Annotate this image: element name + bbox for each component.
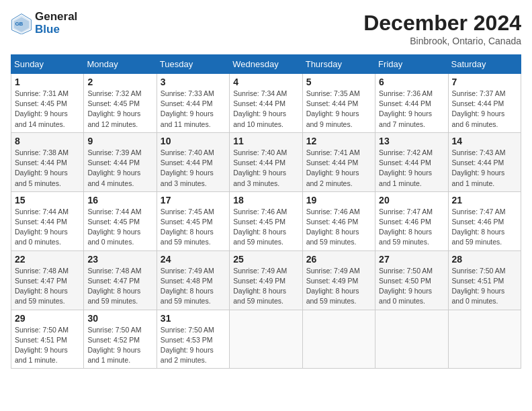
column-header-monday: Monday bbox=[84, 55, 157, 74]
day-number: 8 bbox=[15, 136, 80, 146]
calendar-cell: 11Sunrise: 7:40 AMSunset: 4:44 PMDayligh… bbox=[230, 132, 302, 191]
calendar-week-5: 29Sunrise: 7:50 AMSunset: 4:51 PMDayligh… bbox=[11, 310, 521, 369]
day-number: 16 bbox=[87, 195, 152, 205]
day-number: 17 bbox=[161, 195, 226, 205]
day-number: 18 bbox=[233, 195, 298, 205]
day-info: Sunrise: 7:40 AMSunset: 4:44 PMDaylight:… bbox=[233, 148, 298, 189]
column-header-thursday: Thursday bbox=[302, 55, 375, 74]
calendar-cell bbox=[448, 310, 521, 369]
day-info: Sunrise: 7:49 AMSunset: 4:48 PMDaylight:… bbox=[161, 266, 226, 307]
calendar-cell: 9Sunrise: 7:39 AMSunset: 4:44 PMDaylight… bbox=[84, 132, 157, 191]
day-number: 11 bbox=[233, 136, 298, 146]
calendar-cell: 15Sunrise: 7:44 AMSunset: 4:44 PMDayligh… bbox=[11, 191, 84, 250]
day-info: Sunrise: 7:48 AMSunset: 4:47 PMDaylight:… bbox=[87, 266, 152, 307]
calendar-cell: 23Sunrise: 7:48 AMSunset: 4:47 PMDayligh… bbox=[84, 250, 157, 310]
day-info: Sunrise: 7:50 AMSunset: 4:50 PMDaylight:… bbox=[379, 266, 444, 307]
calendar-cell: 21Sunrise: 7:47 AMSunset: 4:46 PMDayligh… bbox=[448, 191, 521, 250]
day-info: Sunrise: 7:50 AMSunset: 4:53 PMDaylight:… bbox=[161, 325, 226, 366]
calendar-cell: 5Sunrise: 7:35 AMSunset: 4:44 PMDaylight… bbox=[302, 74, 375, 133]
day-number: 9 bbox=[87, 136, 152, 146]
day-number: 13 bbox=[379, 136, 444, 146]
day-number: 10 bbox=[161, 136, 226, 146]
calendar-cell: 2Sunrise: 7:32 AMSunset: 4:45 PMDaylight… bbox=[84, 74, 157, 133]
day-info: Sunrise: 7:33 AMSunset: 4:44 PMDaylight:… bbox=[161, 89, 226, 130]
column-header-sunday: Sunday bbox=[11, 55, 84, 74]
calendar-cell: 31Sunrise: 7:50 AMSunset: 4:53 PMDayligh… bbox=[157, 310, 229, 369]
calendar-cell: 14Sunrise: 7:43 AMSunset: 4:44 PMDayligh… bbox=[448, 132, 521, 191]
calendar-cell: 13Sunrise: 7:42 AMSunset: 4:44 PMDayligh… bbox=[375, 132, 448, 191]
calendar-cell: 26Sunrise: 7:49 AMSunset: 4:49 PMDayligh… bbox=[302, 250, 375, 310]
day-number: 30 bbox=[87, 313, 152, 324]
day-info: Sunrise: 7:49 AMSunset: 4:49 PMDaylight:… bbox=[233, 266, 298, 307]
calendar-cell: 25Sunrise: 7:49 AMSunset: 4:49 PMDayligh… bbox=[230, 250, 302, 310]
day-number: 2 bbox=[87, 77, 152, 87]
calendar-cell: 17Sunrise: 7:45 AMSunset: 4:45 PMDayligh… bbox=[157, 191, 229, 250]
day-info: Sunrise: 7:31 AMSunset: 4:45 PMDaylight:… bbox=[15, 89, 80, 130]
day-number: 31 bbox=[161, 313, 226, 324]
calendar-cell: 6Sunrise: 7:36 AMSunset: 4:44 PMDaylight… bbox=[375, 74, 448, 133]
calendar-header-row: SundayMondayTuesdayWednesdayThursdayFrid… bbox=[11, 55, 521, 74]
day-info: Sunrise: 7:34 AMSunset: 4:44 PMDaylight:… bbox=[233, 89, 298, 130]
day-number: 12 bbox=[306, 136, 371, 146]
day-info: Sunrise: 7:36 AMSunset: 4:44 PMDaylight:… bbox=[379, 89, 444, 130]
day-number: 6 bbox=[379, 77, 444, 87]
day-number: 5 bbox=[306, 77, 371, 87]
day-number: 23 bbox=[87, 254, 152, 265]
day-number: 21 bbox=[452, 195, 517, 205]
day-info: Sunrise: 7:44 AMSunset: 4:45 PMDaylight:… bbox=[87, 207, 152, 248]
day-info: Sunrise: 7:50 AMSunset: 4:52 PMDaylight:… bbox=[87, 325, 152, 366]
day-info: Sunrise: 7:47 AMSunset: 4:46 PMDaylight:… bbox=[452, 207, 517, 248]
day-info: Sunrise: 7:40 AMSunset: 4:44 PMDaylight:… bbox=[161, 148, 226, 189]
day-info: Sunrise: 7:46 AMSunset: 4:45 PMDaylight:… bbox=[233, 207, 298, 248]
calendar-cell: 7Sunrise: 7:37 AMSunset: 4:44 PMDaylight… bbox=[448, 74, 521, 133]
calendar-cell: 4Sunrise: 7:34 AMSunset: 4:44 PMDaylight… bbox=[230, 74, 302, 133]
calendar-cell: 1Sunrise: 7:31 AMSunset: 4:45 PMDaylight… bbox=[11, 74, 84, 133]
calendar-cell: 10Sunrise: 7:40 AMSunset: 4:44 PMDayligh… bbox=[157, 132, 229, 191]
calendar-week-2: 8Sunrise: 7:38 AMSunset: 4:44 PMDaylight… bbox=[11, 132, 521, 191]
day-info: Sunrise: 7:37 AMSunset: 4:44 PMDaylight:… bbox=[452, 89, 517, 130]
column-header-tuesday: Tuesday bbox=[157, 55, 229, 74]
calendar-cell: 3Sunrise: 7:33 AMSunset: 4:44 PMDaylight… bbox=[157, 74, 229, 133]
calendar-cell: 22Sunrise: 7:48 AMSunset: 4:47 PMDayligh… bbox=[11, 250, 84, 310]
calendar-cell bbox=[302, 310, 375, 369]
day-number: 22 bbox=[15, 254, 80, 265]
day-info: Sunrise: 7:45 AMSunset: 4:45 PMDaylight:… bbox=[161, 207, 226, 248]
day-info: Sunrise: 7:32 AMSunset: 4:45 PMDaylight:… bbox=[87, 89, 152, 130]
logo: GB General Blue bbox=[11, 11, 77, 36]
day-info: Sunrise: 7:47 AMSunset: 4:46 PMDaylight:… bbox=[379, 207, 444, 248]
column-header-friday: Friday bbox=[375, 55, 448, 74]
day-number: 19 bbox=[306, 195, 371, 205]
calendar-cell bbox=[375, 310, 448, 369]
day-number: 27 bbox=[379, 254, 444, 265]
day-number: 7 bbox=[452, 77, 517, 87]
calendar-cell: 12Sunrise: 7:41 AMSunset: 4:44 PMDayligh… bbox=[302, 132, 375, 191]
day-info: Sunrise: 7:50 AMSunset: 4:51 PMDaylight:… bbox=[452, 266, 517, 307]
calendar-cell bbox=[230, 310, 302, 369]
calendar-week-1: 1Sunrise: 7:31 AMSunset: 4:45 PMDaylight… bbox=[11, 74, 521, 133]
day-info: Sunrise: 7:42 AMSunset: 4:44 PMDaylight:… bbox=[379, 148, 444, 189]
calendar-cell: 30Sunrise: 7:50 AMSunset: 4:52 PMDayligh… bbox=[84, 310, 157, 369]
day-number: 26 bbox=[306, 254, 371, 265]
page-header: GB General Blue December 2024 Binbrook, … bbox=[11, 11, 521, 46]
day-info: Sunrise: 7:46 AMSunset: 4:46 PMDaylight:… bbox=[306, 207, 371, 248]
day-number: 20 bbox=[379, 195, 444, 205]
logo-text: General Blue bbox=[35, 11, 77, 36]
calendar-cell: 20Sunrise: 7:47 AMSunset: 4:46 PMDayligh… bbox=[375, 191, 448, 250]
day-number: 1 bbox=[15, 77, 80, 87]
logo-icon: GB bbox=[11, 13, 32, 34]
day-number: 28 bbox=[452, 254, 517, 265]
day-number: 25 bbox=[233, 254, 298, 265]
title-section: December 2024 Binbrook, Ontario, Canada bbox=[363, 11, 521, 46]
calendar-cell: 28Sunrise: 7:50 AMSunset: 4:51 PMDayligh… bbox=[448, 250, 521, 310]
calendar-cell: 24Sunrise: 7:49 AMSunset: 4:48 PMDayligh… bbox=[157, 250, 229, 310]
calendar-cell: 8Sunrise: 7:38 AMSunset: 4:44 PMDaylight… bbox=[11, 132, 84, 191]
day-info: Sunrise: 7:38 AMSunset: 4:44 PMDaylight:… bbox=[15, 148, 80, 189]
calendar-cell: 27Sunrise: 7:50 AMSunset: 4:50 PMDayligh… bbox=[375, 250, 448, 310]
calendar-table: SundayMondayTuesdayWednesdayThursdayFrid… bbox=[11, 54, 521, 369]
calendar-cell: 19Sunrise: 7:46 AMSunset: 4:46 PMDayligh… bbox=[302, 191, 375, 250]
calendar-cell: 29Sunrise: 7:50 AMSunset: 4:51 PMDayligh… bbox=[11, 310, 84, 369]
day-info: Sunrise: 7:48 AMSunset: 4:47 PMDaylight:… bbox=[15, 266, 80, 307]
day-number: 14 bbox=[452, 136, 517, 146]
calendar-week-4: 22Sunrise: 7:48 AMSunset: 4:47 PMDayligh… bbox=[11, 250, 521, 310]
day-number: 29 bbox=[15, 313, 80, 324]
